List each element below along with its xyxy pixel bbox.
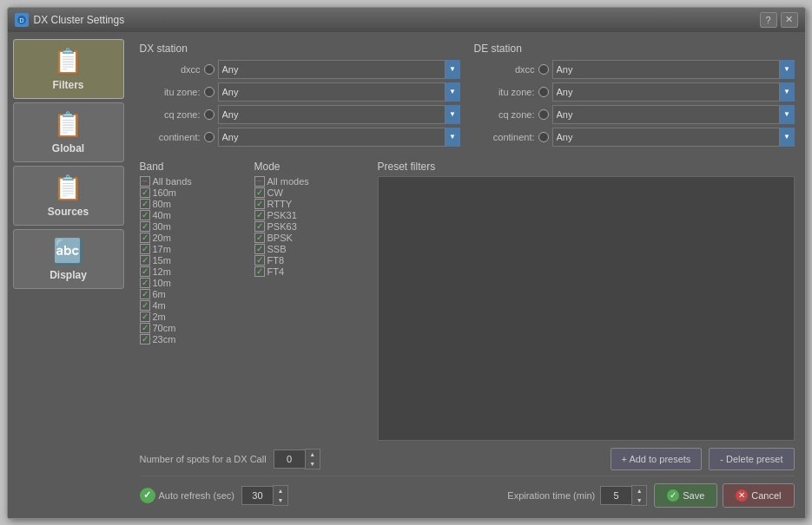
- save-button[interactable]: ✓ Save: [654, 483, 717, 508]
- mode-psk31[interactable]: PSK31: [254, 210, 367, 220]
- mode-ft4-checkbox[interactable]: [254, 266, 265, 277]
- refresh-spin-up[interactable]: ▲: [274, 486, 287, 495]
- expiry-spin-up[interactable]: ▲: [632, 486, 646, 495]
- band-4m-checkbox[interactable]: [140, 300, 150, 311]
- mode-allmodes-checkbox[interactable]: [254, 176, 265, 187]
- band-23cm[interactable]: 23cm: [140, 334, 244, 345]
- mode-ft8[interactable]: FT8: [254, 255, 367, 266]
- mode-rtty[interactable]: RTTY: [254, 199, 367, 209]
- mode-ft8-checkbox[interactable]: [254, 255, 265, 266]
- filters-icon: 📋: [53, 47, 83, 75]
- band-20m-checkbox[interactable]: [140, 233, 150, 243]
- sidebar-item-global[interactable]: 📋 Global: [13, 102, 124, 162]
- mode-cw[interactable]: CW: [254, 187, 367, 198]
- delete-preset-button[interactable]: - Delete preset: [709, 448, 794, 470]
- band-10m-checkbox[interactable]: [140, 278, 150, 288]
- dx-continent-radio[interactable]: [204, 132, 215, 142]
- expiry-group: Expiration time (min) ▲ ▼: [507, 485, 647, 506]
- mode-psk63-label: PSK63: [267, 221, 297, 232]
- display-icon: 🔤: [53, 237, 83, 266]
- mode-cw-checkbox[interactable]: [254, 187, 265, 198]
- band-80m-checkbox[interactable]: [140, 199, 150, 209]
- band-12m-checkbox[interactable]: [140, 266, 150, 277]
- mode-title: Mode: [254, 161, 367, 173]
- mode-bpsk[interactable]: BPSK: [254, 233, 367, 243]
- de-dxcc-radio[interactable]: [538, 64, 549, 75]
- close-button[interactable]: ✕: [781, 12, 798, 28]
- de-itu-radio[interactable]: [538, 87, 549, 97]
- band-allbands-checkbox[interactable]: [140, 176, 150, 187]
- dx-cq-dropdown-wrapper: Any ▼: [218, 105, 460, 124]
- mode-ssb-checkbox[interactable]: [254, 244, 265, 254]
- mode-rtty-checkbox[interactable]: [254, 199, 265, 209]
- band-40m[interactable]: 40m: [140, 210, 244, 220]
- de-continent-dropdown[interactable]: Any: [552, 128, 795, 147]
- band-70cm-checkbox[interactable]: [140, 323, 150, 333]
- band-6m[interactable]: 6m: [140, 289, 244, 299]
- band-17m-checkbox[interactable]: [140, 244, 150, 254]
- add-to-presets-button[interactable]: + Add to presets: [611, 448, 703, 470]
- mode-psk63-checkbox[interactable]: [254, 221, 265, 232]
- band-10m[interactable]: 10m: [140, 278, 244, 288]
- band-30m-checkbox[interactable]: [140, 221, 150, 232]
- sidebar-item-filters[interactable]: 📋 Filters: [13, 39, 124, 99]
- auto-refresh-check[interactable]: ✓ Auto refresh (sec): [140, 488, 234, 503]
- band-30m[interactable]: 30m: [140, 221, 244, 232]
- dx-continent-row: continent: Any ▼: [140, 128, 460, 147]
- expiry-spin-down[interactable]: ▼: [632, 495, 646, 505]
- dx-dxcc-row: dxcc Any ▼: [140, 60, 460, 79]
- de-dxcc-dropdown-wrapper: Any ▼: [552, 60, 795, 79]
- band-160m[interactable]: 160m: [140, 187, 244, 198]
- mode-ft8-label: FT8: [267, 255, 285, 266]
- band-80m[interactable]: 80m: [140, 199, 244, 209]
- mode-ssb[interactable]: SSB: [254, 244, 367, 254]
- band-160m-checkbox[interactable]: [140, 187, 150, 198]
- dx-cq-dropdown[interactable]: Any: [218, 105, 460, 124]
- cancel-button[interactable]: ✕ Cancel: [723, 483, 794, 508]
- mode-allmodes[interactable]: All modes: [254, 176, 367, 187]
- band-15m-checkbox[interactable]: [140, 255, 150, 266]
- mode-allmodes-label: All modes: [267, 176, 309, 187]
- dx-continent-dropdown[interactable]: Any: [218, 128, 460, 147]
- de-itu-dropdown[interactable]: Any: [552, 82, 795, 102]
- sidebar-item-sources[interactable]: 📋 Sources: [13, 166, 124, 226]
- mode-psk31-checkbox[interactable]: [254, 210, 265, 220]
- refresh-spin-down[interactable]: ▼: [274, 495, 287, 505]
- spots-spin-up[interactable]: ▲: [306, 450, 320, 459]
- band-2m[interactable]: 2m: [140, 312, 244, 322]
- sidebar-item-display[interactable]: 🔤 Display: [13, 229, 124, 289]
- de-continent-radio[interactable]: [538, 132, 549, 142]
- dx-dxcc-dropdown[interactable]: Any: [218, 60, 460, 79]
- band-40m-checkbox[interactable]: [140, 210, 150, 220]
- band-17m[interactable]: 17m: [140, 244, 244, 254]
- dx-dxcc-label: dxcc: [140, 64, 201, 75]
- refresh-input[interactable]: [241, 486, 273, 505]
- dx-itu-radio[interactable]: [204, 87, 215, 97]
- dx-cq-radio[interactable]: [204, 109, 215, 120]
- dx-itu-dropdown[interactable]: Any: [218, 82, 460, 102]
- band-4m[interactable]: 4m: [140, 300, 244, 311]
- band-70cm[interactable]: 70cm: [140, 323, 244, 333]
- band-2m-checkbox[interactable]: [140, 312, 150, 322]
- mode-psk63[interactable]: PSK63: [254, 221, 367, 232]
- sidebar-label-global: Global: [52, 142, 84, 154]
- auto-refresh-checkmark: ✓: [140, 488, 155, 503]
- mode-ft4[interactable]: FT4: [254, 266, 367, 277]
- band-6m-checkbox[interactable]: [140, 289, 150, 299]
- expiry-input[interactable]: [600, 486, 631, 505]
- sidebar: 📋 Filters 📋 Global 📋 Sources 🔤 Display: [8, 32, 129, 518]
- de-dxcc-dropdown[interactable]: Any: [552, 60, 795, 79]
- band-23cm-checkbox[interactable]: [140, 334, 150, 345]
- dx-dxcc-radio[interactable]: [204, 64, 215, 75]
- help-button[interactable]: ?: [760, 12, 777, 28]
- band-15m[interactable]: 15m: [140, 255, 244, 266]
- de-cq-dropdown[interactable]: Any: [552, 105, 795, 124]
- de-cq-radio[interactable]: [538, 109, 549, 120]
- band-allbands[interactable]: All bands: [140, 176, 244, 187]
- spots-input[interactable]: [274, 450, 305, 469]
- band-20m[interactable]: 20m: [140, 233, 244, 243]
- band-12m[interactable]: 12m: [140, 266, 244, 277]
- spots-spin-down[interactable]: ▼: [306, 459, 320, 469]
- mode-bpsk-checkbox[interactable]: [254, 233, 265, 243]
- band-80m-label: 80m: [153, 199, 171, 209]
